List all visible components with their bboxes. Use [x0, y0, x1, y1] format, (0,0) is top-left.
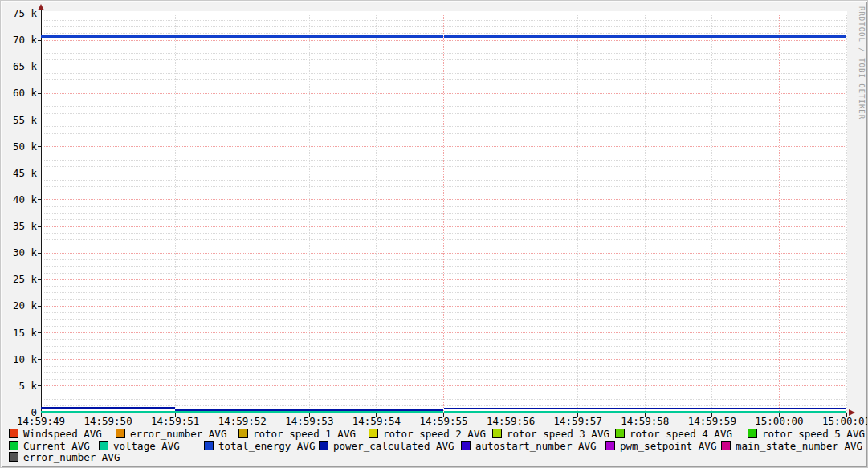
- series-line: [444, 35, 511, 38]
- series-line: [511, 35, 578, 38]
- legend-label: rotor speed 1 AVG: [253, 428, 356, 440]
- series-line: [511, 411, 578, 413]
- legend-item: rotor speed 1 AVG: [238, 429, 356, 439]
- y-tick: [38, 279, 41, 280]
- legend-swatch-icon: [369, 429, 378, 438]
- legend-item: autostart_number AVG: [461, 441, 597, 451]
- legend-item: rotor speed 5 AVG: [748, 429, 865, 439]
- legend-item: pwm_setpoint AVG: [605, 441, 716, 451]
- legend-swatch-icon: [9, 441, 18, 450]
- y-tick-label: 25 k: [2, 275, 37, 284]
- y-tick: [38, 385, 41, 386]
- series-line: [645, 408, 712, 409]
- series-line: [511, 408, 578, 409]
- y-tick: [38, 332, 41, 333]
- gridline-v-minor: [577, 14, 578, 413]
- legend-label: total_energy AVG: [218, 440, 315, 452]
- legend-item: rotor speed 2 AVG: [369, 429, 486, 439]
- watermark-text: RRDTOOL / TOBI OETIKER: [858, 6, 866, 120]
- gridline-v-minor: [711, 14, 712, 413]
- y-tick: [38, 226, 41, 227]
- legend-label: rotor speed 2 AVG: [383, 428, 486, 440]
- x-tick-label: 14:59:52: [214, 417, 271, 426]
- x-tick: [175, 413, 176, 417]
- legend-swatch-icon: [116, 429, 125, 438]
- legend-label: main_state_number AVG: [736, 440, 862, 452]
- y-tick: [38, 146, 41, 147]
- y-tick-label: 30 k: [2, 248, 37, 258]
- legend-swatch-icon: [461, 441, 471, 450]
- series-line: [108, 407, 176, 409]
- legend-item: rotor speed 3 AVG: [492, 429, 609, 439]
- legend-item: total_energy AVG: [204, 441, 315, 451]
- legend-swatch-icon: [9, 452, 18, 462]
- series-line: [578, 35, 646, 38]
- legend-item: error_number AVG: [116, 429, 226, 439]
- x-tick: [779, 413, 780, 417]
- rrdtool-graph: 05 k10 k15 k20 k25 k30 k35 k40 k45 k50 k…: [0, 0, 868, 468]
- y-tick: [38, 253, 41, 254]
- series-line: [578, 411, 646, 413]
- legend-label: autostart_number AVG: [475, 440, 597, 452]
- series-line: [377, 35, 444, 38]
- legend-label: voltage AVG: [113, 440, 180, 452]
- y-tick-label: 65 k: [2, 62, 37, 71]
- series-line: [779, 408, 846, 409]
- series-line: [377, 411, 444, 413]
- series-line: [242, 409, 310, 411]
- x-tick-label: 14:59:51: [147, 417, 203, 426]
- legend-label: rotor speed 4 AVG: [630, 428, 732, 440]
- gridline-v-major: [108, 14, 108, 413]
- legend-swatch-icon: [748, 429, 757, 438]
- x-tick-label: 15:00:01: [818, 417, 868, 426]
- legend-swatch-icon: [99, 441, 108, 450]
- gridline-v-minor: [645, 14, 646, 413]
- gridline-v-minor: [242, 14, 242, 413]
- legend-swatch-icon: [204, 441, 214, 450]
- series-line: [444, 411, 511, 413]
- x-tick-label: 14:59:56: [483, 417, 539, 426]
- series-line: [444, 408, 511, 409]
- x-tick: [242, 413, 242, 417]
- series-line: [175, 35, 242, 38]
- legend-item: Windspeed AVG: [9, 429, 102, 439]
- y-tick-label: 10 k: [2, 355, 37, 364]
- y-tick: [38, 173, 41, 173]
- gridline-v-minor: [376, 14, 377, 413]
- series-line: [377, 409, 444, 411]
- y-tick-label: 50 k: [2, 142, 37, 152]
- x-tick: [376, 413, 377, 417]
- series-line: [779, 35, 846, 38]
- series-line: [41, 35, 108, 38]
- series-line: [41, 407, 108, 409]
- y-tick-label: 40 k: [2, 195, 37, 205]
- legend-item: power_calculated AVG: [319, 441, 454, 451]
- gridline-v-minor: [846, 14, 847, 413]
- legend-swatch-icon: [319, 441, 328, 450]
- x-tick: [309, 413, 310, 417]
- legend-label: error_number AVG: [23, 451, 120, 463]
- y-tick: [38, 199, 41, 200]
- y-tick-label: 35 k: [2, 222, 37, 231]
- series-line: [645, 411, 712, 413]
- x-tick: [443, 413, 444, 417]
- x-tick: [846, 413, 847, 417]
- y-tick-label: 20 k: [2, 301, 37, 311]
- legend-label: Windspeed AVG: [23, 428, 102, 440]
- y-tick: [38, 120, 41, 120]
- x-tick: [577, 413, 578, 417]
- x-tick-label: 14:59:58: [617, 417, 673, 426]
- y-tick-label: 5 k: [2, 381, 37, 391]
- legend-swatch-icon: [721, 441, 731, 450]
- x-tick-label: 15:00:00: [751, 417, 807, 426]
- series-line: [712, 35, 780, 38]
- y-tick-label: 15 k: [2, 328, 37, 338]
- x-tick-label: 14:59:49: [13, 417, 69, 426]
- legend-swatch-icon: [238, 429, 248, 438]
- x-tick: [511, 413, 511, 417]
- y-tick: [38, 40, 41, 41]
- series-line: [242, 411, 310, 413]
- x-tick-label: 14:59:59: [684, 417, 740, 426]
- legend-label: power_calculated AVG: [333, 440, 454, 452]
- x-tick-label: 14:59:53: [281, 417, 337, 426]
